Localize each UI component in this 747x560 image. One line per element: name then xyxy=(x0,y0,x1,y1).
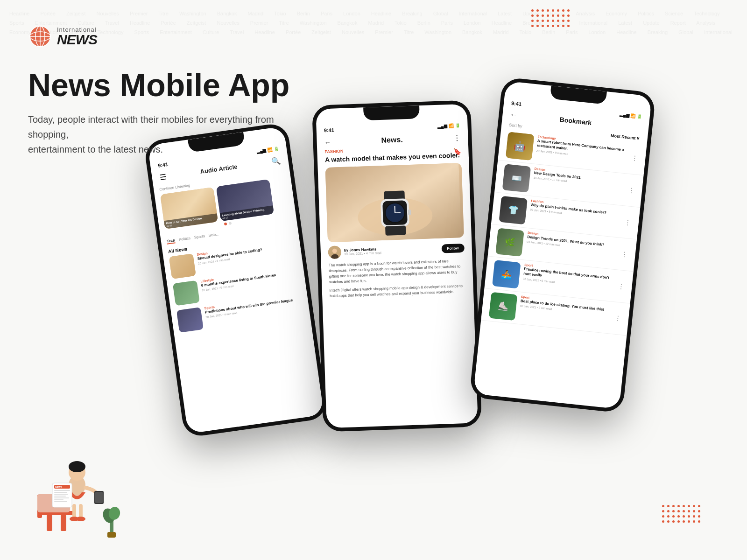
illustration: NEWS xyxy=(23,439,131,546)
svg-rect-29 xyxy=(54,501,67,502)
audio-card-1[interactable]: How to Set Your UX Design 41:51 xyxy=(160,187,218,229)
svg-rect-28 xyxy=(54,499,63,500)
svg-rect-26 xyxy=(54,496,66,497)
svg-point-17 xyxy=(76,517,85,521)
audio-card-2[interactable]: Learning about Design Thinking 44:12 xyxy=(216,179,274,221)
more-options-icon-1[interactable]: ⋮ xyxy=(631,154,638,162)
bm-thumb-3: 👕 xyxy=(499,196,528,225)
svg-rect-23 xyxy=(54,490,70,491)
svg-rect-19 xyxy=(95,492,103,503)
bm-thumb-5: 🚣 xyxy=(492,260,521,289)
svg-rect-14 xyxy=(72,504,76,518)
phone-left-screen: 9:41 ▂▄▆ 📶 🔋 ☰ Audio Article 🔍 Continue … xyxy=(148,126,324,434)
news-thumb-3 xyxy=(176,307,204,333)
svg-rect-44 xyxy=(408,210,411,215)
svg-rect-7 xyxy=(47,515,52,531)
bm-thumb-6: ⛸️ xyxy=(489,292,518,321)
bm-thumb-1: 🤖 xyxy=(506,132,535,161)
phone-notch-center xyxy=(363,105,420,120)
more-options-icon-3[interactable]: ⋮ xyxy=(624,218,632,226)
hero-title: News Mobile App xyxy=(28,68,308,103)
back-arrow-icon[interactable]: ← xyxy=(324,138,331,146)
more-options-icon-4[interactable]: ⋮ xyxy=(621,250,628,258)
more-options-icon-5[interactable]: ⋮ xyxy=(618,282,625,290)
search-icon[interactable]: 🔍 xyxy=(271,156,281,166)
all-news-section: All News Design Should designers be able… xyxy=(162,229,311,340)
svg-point-13 xyxy=(69,461,85,472)
bookmark-icon[interactable]: 🔖 xyxy=(453,147,461,155)
news-thumb-2 xyxy=(173,280,200,306)
more-options-icon-2[interactable]: ⋮ xyxy=(627,186,635,194)
more-options-icon[interactable]: ⋮ xyxy=(453,133,461,142)
hero-subtitle: Today, people interact with their mobile… xyxy=(28,112,308,157)
article-body: The watch shopping app is a boon for wat… xyxy=(321,258,474,300)
phone-center-screen: 9:41 ▂▄▆ 📶 🔋 ← News. ⋮ FASHION A wat xyxy=(316,104,478,428)
svg-text:NEWS: NEWS xyxy=(55,486,63,489)
phone-right-screen: 9:41 ▂▄▆ 📶 🔋 ← Bookmark Sort by xyxy=(473,81,652,409)
svg-rect-27 xyxy=(54,497,69,498)
globe-icon xyxy=(28,24,52,49)
bm-thumb-2: ⌨️ xyxy=(502,164,531,193)
logo[interactable]: International NEWS xyxy=(28,24,97,49)
svg-rect-33 xyxy=(107,532,116,538)
status-icons-right: ▂▄▆ 📶 🔋 xyxy=(620,112,642,119)
phone-right: 9:41 ▂▄▆ 📶 🔋 ← Bookmark Sort by xyxy=(469,77,656,413)
news-thumb-1 xyxy=(169,253,196,279)
hamburger-icon[interactable]: ☰ xyxy=(159,172,167,182)
follow-button[interactable]: Follow xyxy=(441,244,465,253)
phone-left: 9:41 ▂▄▆ 📶 🔋 ☰ Audio Article 🔍 Continue … xyxy=(143,122,328,438)
svg-rect-15 xyxy=(79,504,83,518)
bm-thumb-4: 🌿 xyxy=(495,228,524,257)
author-info: by Jones Hawkins 30 Jan, 2021 • 4 min re… xyxy=(328,244,381,259)
logo-news-text: NEWS xyxy=(57,33,97,47)
article-image xyxy=(325,163,464,242)
chevron-down-icon: ∨ xyxy=(636,136,640,141)
svg-rect-25 xyxy=(54,494,68,495)
more-options-icon-6[interactable]: ⋮ xyxy=(614,315,621,322)
svg-rect-43 xyxy=(385,225,406,236)
phone-center: 9:41 ▂▄▆ 📶 🔋 ← News. ⋮ FASHION A wat xyxy=(312,100,482,432)
svg-rect-24 xyxy=(54,492,67,493)
svg-rect-8 xyxy=(61,515,66,531)
hero-section: News Mobile App Today, people interact w… xyxy=(28,68,308,157)
status-icons-center: ▂▄▆ 📶 🔋 xyxy=(437,123,460,129)
author-avatar xyxy=(328,245,341,259)
